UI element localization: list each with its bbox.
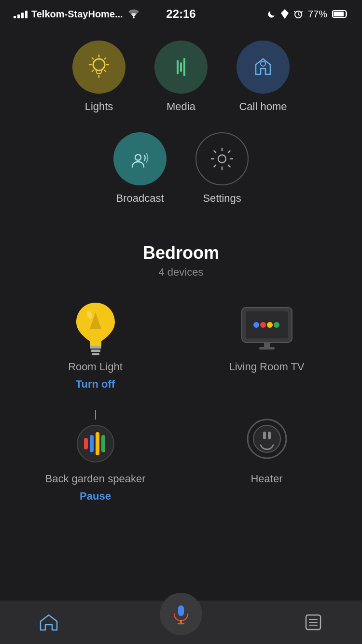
call-home-circle xyxy=(237,41,290,94)
status-right: 77% xyxy=(267,9,348,20)
svg-point-38 xyxy=(253,425,280,452)
svg-rect-13 xyxy=(177,60,179,74)
settings-circle xyxy=(195,132,249,185)
broadcast-icon xyxy=(126,147,154,171)
lights-icon xyxy=(86,54,112,80)
device-speaker[interactable]: Back garden speaker Pause xyxy=(14,405,176,507)
devices-grid: Room Light Turn off xyxy=(14,293,348,507)
battery-text: 77% xyxy=(308,9,327,20)
settings-icon xyxy=(209,146,235,172)
speaker-action[interactable]: Pause xyxy=(80,490,111,503)
lights-circle xyxy=(72,41,125,94)
shortcut-call-home[interactable]: Call home xyxy=(237,41,290,113)
speaker-icon-wrap xyxy=(67,410,125,468)
svg-rect-14 xyxy=(180,62,182,72)
svg-point-4 xyxy=(93,59,105,70)
device-living-room-tv[interactable]: Living Room TV xyxy=(186,293,348,395)
svg-point-25 xyxy=(253,322,259,328)
room-section: Bedroom 4 devices Room Light xyxy=(0,243,362,517)
carrier-text: Telkom-StayHome... xyxy=(31,9,123,20)
home-nav-icon xyxy=(39,612,59,632)
list-nav-icon xyxy=(303,612,323,632)
svg-line-12 xyxy=(92,70,94,72)
shortcut-broadcast[interactable]: Broadcast xyxy=(113,132,167,205)
svg-rect-29 xyxy=(264,342,270,347)
bulb-icon xyxy=(71,298,120,356)
room-title: Bedroom xyxy=(14,243,348,263)
section-divider xyxy=(0,231,362,231)
media-icon xyxy=(168,57,194,77)
room-light-name: Room Light xyxy=(68,361,123,373)
living-room-tv-name: Living Room TV xyxy=(229,361,304,373)
shortcut-settings[interactable]: Settings xyxy=(195,132,249,205)
mic-button[interactable] xyxy=(160,593,202,635)
svg-point-27 xyxy=(267,322,273,328)
room-light-icon-wrap xyxy=(67,298,125,356)
settings-label: Settings xyxy=(203,192,241,205)
living-room-tv-icon-wrap xyxy=(238,298,296,356)
speaker-icon xyxy=(71,410,120,468)
lights-label: Lights xyxy=(85,100,113,113)
room-device-count: 4 devices xyxy=(14,266,348,279)
shortcuts-row-2: Broadcast Settings xyxy=(113,132,249,205)
svg-rect-41 xyxy=(178,605,184,616)
svg-line-9 xyxy=(92,58,94,59)
media-circle xyxy=(154,41,208,94)
shortcuts-row-1: Lights Media Call home xyxy=(72,41,290,113)
svg-rect-39 xyxy=(263,432,266,439)
heater-name: Heater xyxy=(251,473,282,485)
location-icon xyxy=(281,9,289,19)
bottom-nav xyxy=(0,601,362,644)
alarm-icon xyxy=(293,9,303,19)
mic-icon xyxy=(170,603,192,625)
svg-point-0 xyxy=(133,17,135,19)
room-light-action[interactable]: Turn off xyxy=(76,378,115,391)
speaker-name: Back garden speaker xyxy=(45,473,146,485)
heater-icon-wrap xyxy=(238,410,296,468)
battery-icon xyxy=(332,10,348,18)
svg-rect-21 xyxy=(92,353,99,355)
shortcuts-container: Lights Media Call home xyxy=(0,26,362,219)
svg-point-26 xyxy=(260,322,266,328)
call-home-label: Call home xyxy=(239,100,287,113)
svg-rect-30 xyxy=(259,347,275,350)
moon-icon xyxy=(267,10,276,18)
svg-rect-40 xyxy=(268,432,271,439)
signal-icon xyxy=(14,10,28,18)
svg-rect-36 xyxy=(101,435,105,452)
svg-point-16 xyxy=(261,61,265,66)
shortcut-lights[interactable]: Lights xyxy=(72,41,125,113)
svg-rect-33 xyxy=(84,438,88,449)
svg-rect-35 xyxy=(96,432,99,455)
status-left: Telkom-StayHome... xyxy=(14,9,140,20)
nav-home-button[interactable] xyxy=(39,612,59,632)
device-heater[interactable]: Heater xyxy=(186,405,348,507)
time-display: 22:16 xyxy=(166,7,195,21)
svg-line-10 xyxy=(105,70,106,72)
heater-icon xyxy=(243,412,291,465)
svg-line-11 xyxy=(105,58,106,59)
svg-rect-3 xyxy=(334,12,344,16)
status-bar: Telkom-StayHome... 22:16 77% xyxy=(0,0,362,26)
media-label: Media xyxy=(167,100,195,113)
svg-point-17 xyxy=(135,154,141,160)
broadcast-label: Broadcast xyxy=(116,192,164,205)
nav-list-button[interactable] xyxy=(303,612,323,632)
tv-icon xyxy=(238,303,296,351)
mic-button-wrap xyxy=(160,593,202,635)
svg-rect-19 xyxy=(90,346,101,349)
broadcast-circle xyxy=(113,132,167,185)
call-home-icon xyxy=(250,54,276,80)
device-room-light[interactable]: Room Light Turn off xyxy=(14,293,176,395)
shortcut-media[interactable]: Media xyxy=(154,41,208,113)
svg-point-28 xyxy=(274,322,279,328)
svg-rect-34 xyxy=(90,435,94,452)
wifi-icon xyxy=(127,9,140,19)
svg-rect-20 xyxy=(91,350,100,352)
svg-rect-15 xyxy=(183,58,185,76)
svg-point-18 xyxy=(218,155,226,163)
